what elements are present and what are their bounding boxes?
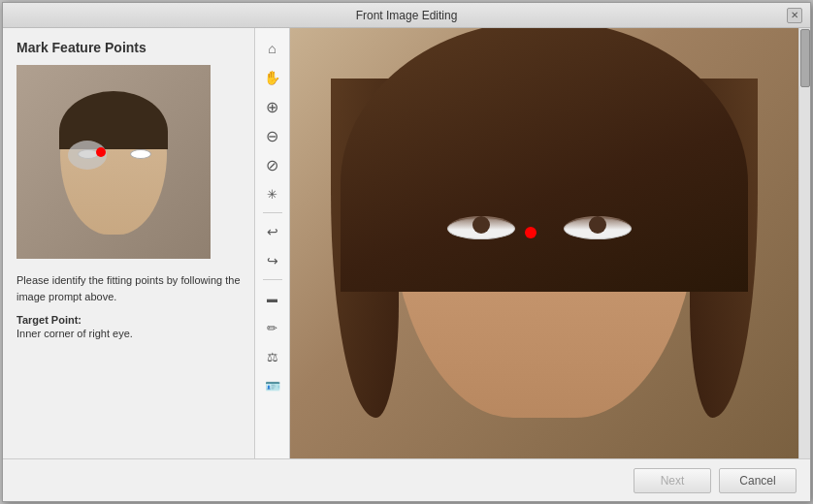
hair-main <box>341 28 748 292</box>
section-title: Mark Feature Points <box>16 40 241 55</box>
left-panel: Mark Feature Points Please identify the … <box>3 28 255 458</box>
face-illustration <box>50 79 177 244</box>
rectangle-tool-button[interactable]: ▬ <box>260 286 285 311</box>
main-image-area[interactable] <box>290 28 798 458</box>
bottom-bar: Next Cancel <box>3 458 810 501</box>
next-button[interactable]: Next <box>634 468 711 493</box>
hand-tool-button[interactable]: ✋ <box>260 65 285 90</box>
zoom-in-button[interactable]: ⊕ <box>260 94 285 119</box>
toolbar-divider-1 <box>263 212 282 213</box>
main-red-dot-marker <box>525 227 537 238</box>
instruction-text: Please identify the fitting points by fo… <box>16 272 241 304</box>
thumb-eye-right <box>130 149 151 159</box>
toolbar-divider-2 <box>263 279 282 280</box>
home-tool-button[interactable]: ⌂ <box>260 36 285 61</box>
undo-button[interactable]: ↩ <box>260 219 285 244</box>
close-button[interactable]: ✕ <box>787 8 802 23</box>
thumb-red-dot <box>96 147 106 157</box>
zoom-out-button[interactable]: ⊖ <box>260 123 285 148</box>
eye-area-left <box>447 214 525 243</box>
redo-button[interactable]: ↪ <box>260 248 285 273</box>
eye-area-right <box>564 214 641 243</box>
toolbar-panel: ⌂ ✋ ⊕ ⊖ ⊘ ✳ ↩ ↪ ▬ ✏ ⚖ 🪪 <box>255 28 290 458</box>
target-value: Inner corner of right eye. <box>16 328 241 339</box>
dialog-title: Front Image Editing <box>26 9 787 22</box>
content-area: Mark Feature Points Please identify the … <box>3 28 810 458</box>
face-thumbnail <box>16 65 211 259</box>
thumbnail-container <box>16 65 211 259</box>
pencil-tool-button[interactable]: ✏ <box>260 315 285 340</box>
id-button[interactable]: 🪪 <box>260 373 285 398</box>
vertical-scrollbar[interactable] <box>798 28 810 458</box>
target-label: Target Point: <box>16 314 241 326</box>
brightness-button[interactable]: ✳ <box>260 181 285 206</box>
face-main-view <box>290 28 798 458</box>
dialog-container: Front Image Editing ✕ Mark Feature Point… <box>2 2 811 502</box>
title-bar: Front Image Editing ✕ <box>3 3 810 28</box>
pupil-right <box>589 216 606 234</box>
face-large-container <box>311 28 777 458</box>
hair-top <box>59 91 168 149</box>
pupil-left <box>472 216 490 234</box>
zoom-fit-button[interactable]: ⊘ <box>260 152 285 177</box>
balance-button[interactable]: ⚖ <box>260 344 285 369</box>
scrollbar-thumb[interactable] <box>800 29 810 87</box>
cancel-button[interactable]: Cancel <box>719 468 797 493</box>
